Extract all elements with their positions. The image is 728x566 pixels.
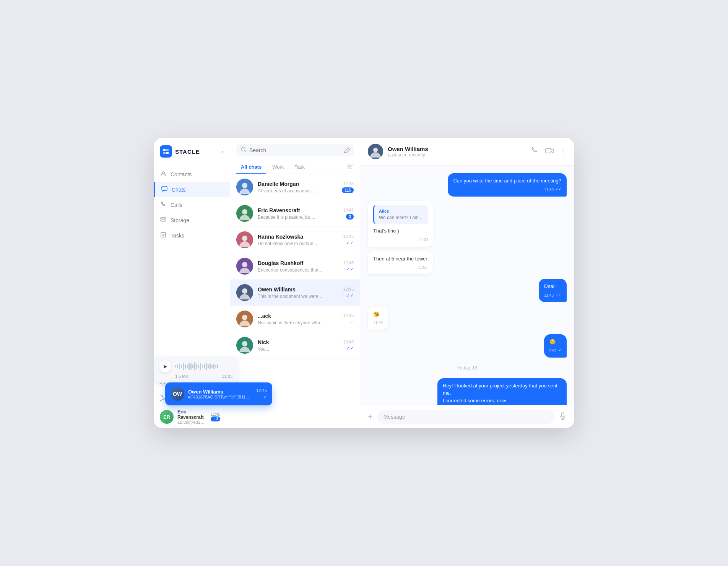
quoted-text: We can meet? I am.... [379, 214, 424, 221]
message-text: Then at 5 near the tower [373, 256, 427, 262]
chat-meta: 12:45 ✓ [343, 313, 354, 325]
svg-rect-3 [166, 152, 169, 154]
sidebar-item-storage[interactable]: Storage [154, 213, 230, 228]
video-call-button[interactable] [545, 146, 554, 157]
svg-point-28 [242, 341, 247, 346]
chat-item[interactable]: Danielle Morgan At vero eos et accusamus… [230, 174, 360, 200]
chat-item[interactable]: ...ack Nor again is there anyone who.. 1… [230, 306, 360, 332]
message-row: Then at 5 near the tower 11:03 [368, 251, 567, 275]
quoted-name: Alice [379, 208, 424, 215]
chat-item[interactable]: Eric Ravenscraft Because it is pleasure,… [230, 200, 360, 227]
message-bubble: 😘 11:03 [368, 307, 388, 330]
chat-time: 12:45 [343, 234, 354, 239]
date-divider: Friday, 18 [368, 362, 567, 374]
svg-point-9 [165, 220, 166, 221]
quoted-message: Alice We can meet? I am.... [373, 205, 428, 224]
chat-meta: 12:45 ✓✓ [343, 234, 354, 246]
message-placeholder: Message [384, 414, 405, 420]
message-text: 😘 [373, 311, 379, 317]
chat-info: Danielle Morgan At vero eos et accusamus… [258, 181, 337, 194]
header-name: Owen Williams [388, 146, 526, 152]
chat-item[interactable]: Douglas Rushkoff Encounter consequences … [230, 253, 360, 280]
tasks-icon [160, 232, 167, 239]
compose-button[interactable] [340, 144, 354, 158]
chat-meta: 12:45 ✓✓ [343, 260, 354, 272]
play-button[interactable]: ▶ [159, 360, 171, 372]
message-input[interactable]: Message [377, 410, 554, 424]
message-time: 11:03 [373, 320, 383, 326]
chat-preview: Encounter consequences that.... [258, 267, 338, 273]
message-time: 11:03 [419, 237, 428, 243]
preview-avatar: ER [160, 410, 174, 424]
contacts-label: Contacts [171, 171, 192, 177]
chat-preview: At vero eos et accusamus .... [258, 188, 337, 194]
calls-label: Calls [171, 202, 182, 208]
sidebar-item-calls[interactable]: Calls [154, 197, 230, 213]
chat-preview: You... [258, 346, 338, 352]
waveform [175, 361, 232, 372]
header-status: Last seen recently [388, 152, 526, 158]
message-footer: 11:03 [373, 236, 428, 243]
svg-point-18 [242, 209, 247, 215]
sidebar: STACLE ‹ Contacts Chats [154, 138, 230, 428]
chat-time: 12:45 [343, 181, 354, 186]
chat-item[interactable]: Hanna Kozlowska Do not know how to pursu… [230, 227, 360, 253]
tab-work[interactable]: Work [268, 161, 288, 174]
chats-icon [161, 186, 168, 194]
collapse-button[interactable]: ‹ [222, 148, 224, 155]
sidebar-item-contacts[interactable]: Contacts [154, 167, 230, 182]
message-row: Can you write the time and place of the … [368, 173, 567, 197]
message-bubble: Can you write the time and place of the … [448, 173, 567, 197]
sidebar-item-chats[interactable]: Chats [154, 182, 230, 197]
preview-content: Eric Ravenscraft 1Bl30#(%31Bl30#(%31B [177, 409, 207, 424]
more-options-button[interactable]: ⋮ [560, 147, 567, 156]
message-footer: 11:03 [373, 263, 427, 270]
svg-point-8 [165, 218, 166, 219]
chat-notification[interactable]: OW Owen Williams #(%31878AOISRTwr*^%^(3H… [165, 382, 272, 405]
audio-meta: 1,5 MB 11:03 [159, 374, 232, 379]
header-actions: ⋮ [531, 146, 567, 157]
notif-message: #(%31878AOISRTwr*^%^(3H1... [188, 395, 252, 399]
message-footer: 11:43 ✓✓ [544, 291, 561, 298]
sidebar-item-tasks[interactable]: Tasks [154, 228, 230, 243]
message-footer: 11:30 ✓✓ [453, 185, 561, 193]
chat-check: ✓ [350, 319, 354, 325]
chat-check: ✓✓ [346, 240, 354, 246]
add-attachment-button[interactable]: + [368, 412, 373, 422]
chat-avatar [236, 179, 253, 195]
main-chat: Owen Williams Last seen recently ⋮ [360, 138, 574, 428]
chat-item[interactable]: Owen Williams This is the document we we… [230, 280, 360, 306]
message-check: ✓ [558, 347, 561, 353]
svg-rect-31 [546, 148, 551, 153]
chat-avatar [236, 311, 253, 327]
microphone-button[interactable] [559, 412, 567, 422]
chat-info: Nick You... [258, 339, 338, 352]
chat-avatar [236, 258, 253, 275]
chat-badge: 115 [342, 187, 354, 193]
message-text: Can you write the time and place of the … [453, 178, 561, 184]
calls-icon [160, 201, 167, 209]
search-input[interactable] [249, 147, 349, 153]
message-bubble: Alice We can meet? I am.... That's fine … [368, 201, 434, 247]
svg-point-16 [242, 183, 247, 188]
message-text: 😒 [549, 339, 556, 345]
messages-area[interactable]: Can you write the time and place of the … [360, 166, 574, 405]
message-check: ✓✓ [555, 186, 561, 192]
audio-size: 1,5 MB [175, 374, 188, 379]
chat-item[interactable]: Nick You... 12:45 ✓✓ [230, 332, 360, 359]
message-text: Deal! [544, 283, 556, 289]
chat-avatar [236, 231, 253, 248]
message-bubble: Then at 5 near the tower 11:03 [368, 251, 433, 275]
tab-all-chats[interactable]: All chats [236, 161, 266, 174]
header-avatar [368, 144, 383, 159]
chat-preview: Do not know how to pursue .... [258, 241, 338, 246]
search-input-wrapper[interactable] [236, 144, 354, 156]
voice-call-button[interactable] [531, 146, 539, 157]
message-row: Alice We can meet? I am.... That's fine … [368, 201, 567, 247]
notif-name: Owen Williams [188, 389, 252, 395]
notif-time: 12:45 [256, 388, 267, 393]
bottom-chat-preview[interactable]: ER Eric Ravenscraft 1Bl30#(%31Bl30#(%31B… [154, 405, 226, 428]
tab-task[interactable]: Task [290, 161, 309, 174]
chat-meta: 12:45 ✓✓ [343, 287, 354, 298]
chat-preview: Nor again is there anyone who.. [258, 320, 338, 325]
